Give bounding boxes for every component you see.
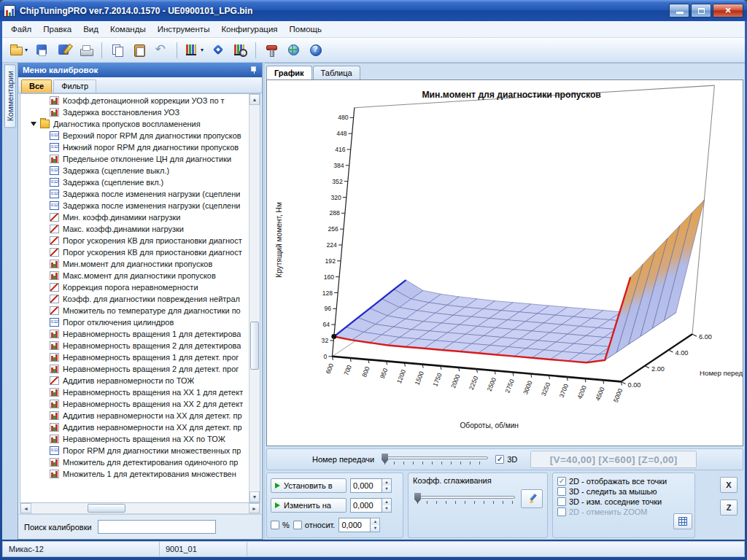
tree-item[interactable]: Порог RPM для диагностики множественных … [20, 445, 249, 456]
x-axis-button[interactable]: X [720, 477, 738, 493]
map-compare-button[interactable] [208, 40, 228, 61]
menu-item[interactable]: Правка [37, 23, 77, 36]
change-value-input[interactable] [350, 498, 382, 513]
scrollbar-track[interactable] [249, 105, 260, 491]
tab-all[interactable]: Все [21, 79, 52, 93]
chart-mode-button[interactable]: ▾ [182, 40, 206, 61]
grid-button[interactable] [673, 513, 692, 529]
tree-item[interactable]: Множитель по температуре для диагностики… [20, 305, 249, 316]
tree-item[interactable]: Мин.момент для диагностики пропусков [20, 258, 249, 270]
tree-item[interactable]: Задержка (сцепление выкл.) [20, 165, 249, 176]
menu-item[interactable]: Инструменты [152, 23, 216, 36]
tree-item[interactable]: Макс.момент для диагностики пропусков [20, 270, 249, 281]
3d-checkbox[interactable]: 3D [495, 455, 517, 464]
spinner-buttons[interactable]: ▲▼ [382, 498, 392, 513]
smoothing-slider[interactable] [413, 491, 516, 507]
smoothing-label: Коэфф. сглаживания [413, 476, 543, 485]
copy-button[interactable] [107, 40, 128, 61]
menu-item[interactable]: Вид [77, 23, 104, 36]
tree-item[interactable]: Аддитив неравномерности по ТОЖ [20, 375, 249, 386]
tree-item[interactable]: Порог ускорения КВ для приостановки диаг… [20, 246, 249, 258]
chart-zoom-button[interactable] [230, 40, 250, 61]
hscrollbar-thumb[interactable] [88, 504, 125, 513]
tree-item[interactable]: Множитель для детектирования одиночного … [20, 456, 249, 468]
tree-item[interactable]: Коэфф.детонационной коррекции УОЗ по т [20, 95, 249, 106]
comments-tab[interactable]: Комментарии [4, 64, 16, 128]
scroll-left-icon[interactable]: ◄ [20, 503, 31, 513]
help-button[interactable] [305, 40, 325, 61]
tree-item[interactable]: Задержка восстановления УОЗ [20, 106, 249, 118]
scroll-up-icon[interactable]: ▲ [249, 94, 260, 105]
set-value-button[interactable]: Установить в [271, 478, 347, 493]
horizontal-scrollbar[interactable]: ◄ ► [20, 503, 260, 514]
view-option-checkbox[interactable]: 3D - изм. соседние точки [557, 497, 690, 506]
relative-checkbox[interactable]: относит. [293, 521, 336, 529]
tab-chart[interactable]: График [266, 66, 312, 79]
set-value-label: Установить в [284, 481, 333, 490]
chart-area[interactable]: 0326496128160192224256288320352384416448… [266, 79, 743, 446]
save-button[interactable] [32, 40, 53, 61]
tree-item[interactable]: Неравномерность вращения 1 для детект. п… [20, 351, 249, 363]
tree-item[interactable]: Мин. коэфф.динамики нагрузки [20, 211, 249, 223]
view-option-checkbox[interactable]: 2D - отображать все точки [557, 477, 690, 486]
gear-slider[interactable] [380, 451, 489, 467]
tree-item[interactable]: Неравномерность вращения 2 для детект. п… [20, 363, 249, 375]
relative-input[interactable] [338, 518, 371, 532]
tree-item[interactable]: Неравномерность вращения 1 для детектиро… [20, 328, 249, 340]
vertical-scrollbar[interactable]: ▲ ▼ [249, 94, 260, 502]
z-axis-button[interactable]: Z [720, 499, 738, 516]
edit-button[interactable] [521, 489, 543, 508]
undo-button[interactable] [151, 40, 171, 61]
tree-item[interactable]: Неравномерность вращения на ХХ 2 для дет… [20, 398, 249, 410]
maximize-button[interactable] [691, 4, 711, 18]
pin-icon[interactable] [249, 66, 258, 74]
menu-item[interactable]: Помощь [284, 23, 328, 36]
tree-item[interactable]: Неравномерность вращения 2 для детектиро… [20, 340, 249, 351]
tree-item[interactable]: Аддитив неравномерности на ХХ для детект… [20, 410, 249, 421]
expander-icon[interactable] [31, 122, 36, 126]
tree-item[interactable]: Предельное отклонение ЦН для диагностики [20, 153, 249, 165]
scroll-down-icon[interactable]: ▼ [249, 491, 260, 502]
scrollbar-thumb[interactable] [250, 322, 259, 370]
view-option-checkbox[interactable]: 3D - следить за мышью [557, 487, 690, 496]
tree-item[interactable]: Верхний порог RPM для диагностики пропус… [20, 130, 249, 141]
tree-item[interactable]: Неравномерность вращения на ХХ 1 для дет… [20, 386, 249, 398]
tree-item[interactable]: Задержка после изменения нагрузки (сцепл… [20, 200, 249, 211]
menu-item[interactable]: Команды [104, 23, 152, 36]
tree-item[interactable]: Задержка после изменения нагрузки (сцепл… [20, 188, 249, 200]
save-edit-button[interactable] [54, 40, 74, 61]
percent-checkbox[interactable]: % [271, 521, 290, 529]
tools-button[interactable] [261, 40, 282, 61]
paste-button[interactable] [129, 40, 150, 61]
minimize-button[interactable] [669, 4, 689, 18]
tree-item[interactable]: Порог ускорения КВ для приостановки диаг… [20, 235, 249, 246]
spinner-buttons[interactable]: ▲▼ [371, 518, 380, 532]
3d-checkbox-box [495, 455, 504, 464]
internet-button[interactable] [283, 40, 303, 61]
tree-item[interactable]: Множитель 1 для детектирования множестве… [20, 468, 249, 480]
tree-item[interactable]: Порог отключения цилиндров [20, 316, 249, 328]
tree-item[interactable]: Неравномерность вращения на ХХ по ТОЖ [20, 433, 249, 445]
tab-table[interactable]: Таблица [313, 66, 360, 79]
close-button[interactable]: ✕ [713, 4, 743, 18]
change-value-button[interactable]: Изменить на [271, 498, 347, 513]
menu-item[interactable]: Конфигурация [215, 23, 283, 36]
title-bar: ChipTuningPRO ver.7.2014.0.1570 - UE0900… [0, 0, 747, 21]
tree-item[interactable]: Коррекция порога неравномерности [20, 281, 249, 293]
spinner-buttons[interactable]: ▲▼ [382, 478, 392, 493]
tree-item[interactable]: Макс. коэфф.динамики нагрузки [20, 223, 249, 235]
tree-item[interactable]: Аддитив неравномерности на ХХ для детект… [20, 421, 249, 433]
hscrollbar-track[interactable] [31, 503, 249, 513]
tree-item[interactable]: Нижний порог RPM для диагностики пропуск… [20, 141, 249, 153]
open-button[interactable]: ▾ [7, 40, 31, 61]
print-button[interactable] [76, 40, 96, 61]
tree-folder[interactable]: Диагностика пропусков воспламенения [20, 118, 249, 130]
tree-item-label: Неравномерность вращения 1 для детект. п… [63, 353, 239, 362]
tree-item[interactable]: Задержка (сцепление вкл.) [20, 176, 249, 188]
set-value-input[interactable] [350, 478, 382, 493]
menu-item[interactable]: Файл [5, 23, 37, 36]
scroll-right-icon[interactable]: ► [249, 503, 260, 513]
tab-filter[interactable]: Фильтр [53, 79, 96, 93]
calibration-search-input[interactable] [98, 520, 216, 534]
tree-item[interactable]: Коэфф. для диагностики повреждения нейтр… [20, 293, 249, 305]
